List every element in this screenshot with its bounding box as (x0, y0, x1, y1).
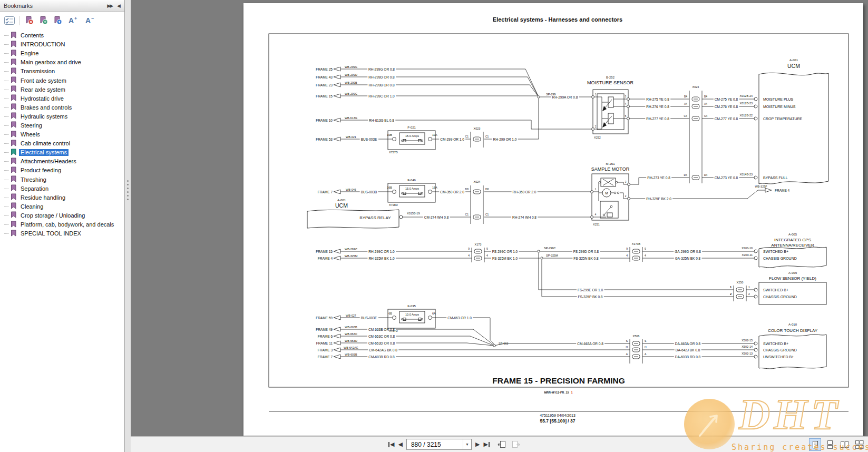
pin-label: B4 (704, 95, 707, 98)
frame-arrow-icon (334, 190, 340, 194)
frame-arrow-icon (334, 341, 340, 345)
pin-label: H (626, 346, 628, 349)
bookmark-item-separation[interactable]: Separation (0, 184, 124, 193)
previous-view-icon[interactable] (498, 440, 507, 449)
pin-label: C1 (485, 213, 489, 216)
tree-twig (4, 62, 9, 63)
bookmark-item-main-gearbox-and-drive[interactable]: Main gearbox and drive (0, 58, 124, 67)
diagram-title: FRAME 15 - PRECISION FARMING (492, 376, 625, 385)
bookmark-item-crop-storage-unloading[interactable]: Crop storage / Unloading (0, 211, 124, 220)
label-rh299: RH-299 OR 1.0 (493, 137, 517, 141)
bookmark-item-special-tool-index[interactable]: SPECIAL TOOL INDEX (0, 229, 124, 238)
bookmark-item-hydraulic-systems[interactable]: Hydraulic systems (0, 112, 124, 121)
bookmark-label: Residue handling (19, 194, 67, 201)
bookmark-item-front-axle-system[interactable]: Front axle system (0, 76, 124, 85)
first-page-button[interactable]: ◀ (388, 441, 394, 448)
tree-twig (4, 71, 9, 72)
pin-label: S (645, 339, 647, 342)
pin-label: D8 (485, 188, 489, 191)
increase-text-size-icon[interactable]: A+ (65, 14, 82, 27)
wb-label: WB-325M (345, 254, 358, 258)
wire-label: CM-663C OR 0.8 (368, 335, 395, 338)
label-cm663a: CM-663A OR 0.8 (577, 342, 603, 346)
frame-arrow-icon (334, 256, 340, 260)
watermark-tagline: Sharing creates success (732, 443, 868, 452)
fuse-terminal: 10A (432, 133, 437, 136)
bookmark-item-platform-cab-bodywork-and-decals[interactable]: Platform, cab, bodywork, and decals (0, 220, 124, 229)
wire-label: RH-299G OR 0.8 (368, 67, 395, 71)
bookmark-item-cab-climate-control[interactable]: Cab climate control (0, 139, 124, 148)
bookmark-item-electrical-systems[interactable]: Electrical systems (0, 148, 124, 157)
bookmark-item-brakes-and-controls[interactable]: Brakes and controls (0, 103, 124, 112)
label-t8: X502-15 (742, 339, 753, 342)
new-bookmark-icon[interactable] (36, 14, 51, 27)
bookmark-item-transmission[interactable]: Transmission (0, 67, 124, 76)
wb-label: WB-642AG (344, 346, 358, 349)
wb-label: WB-663B (345, 326, 357, 329)
pin-label: 9 (645, 247, 646, 250)
label-0: SWITCHED B+ (763, 342, 788, 346)
wb-label: WB-027 (346, 314, 356, 317)
frame-ref: FRAME 10 (316, 119, 333, 122)
panel-options-icon[interactable]: ▶▶ (107, 3, 112, 8)
bookmark-options-icon[interactable] (2, 14, 17, 27)
tree-twig (4, 198, 9, 198)
label-1: 2 (595, 125, 597, 128)
page-number-input[interactable]: 880 / 3215 ▼ (406, 439, 472, 450)
last-page-button[interactable]: ▶ (483, 441, 489, 448)
label-0: MOISTURE PLUS (763, 97, 794, 101)
fuse-terminal: 16A (432, 186, 437, 189)
label-cm663: CM-663 OR 1.0 (447, 316, 472, 320)
bookmark-item-rear-axle-system[interactable]: Rear axle system (0, 85, 124, 94)
label-cm274: CM-274 WH 0.8 (424, 215, 449, 219)
tree-twig (4, 99, 9, 99)
wire-label: CM-663D OR 0.8 (368, 341, 395, 345)
panel-splitter[interactable] (125, 0, 131, 452)
bookmark-item-wheels[interactable]: Wheels (0, 130, 124, 139)
tree-twig (4, 224, 9, 225)
label-id: A-010 (788, 323, 797, 326)
bookmark-item-contents[interactable]: Contents (0, 31, 124, 40)
label-name1: INTEGRATED GPS (774, 238, 811, 242)
label-rh274: RH-274 WH 0.8 (512, 215, 537, 219)
next-page-button[interactable]: ▶ (475, 441, 480, 448)
label-rh273: RH-273 YE 0.8 (647, 176, 670, 180)
bookmark-item-cleaning[interactable]: Cleaning (0, 202, 124, 211)
label-t6: X200-10 (742, 247, 753, 250)
bookmark-item-hydrostatic-drive[interactable]: Hydrostatic drive (0, 94, 124, 103)
fuse-terminal: 6A (432, 312, 436, 315)
bookmark-item-product-feeding[interactable]: Product feeding (0, 166, 124, 175)
pin-label: A4 (704, 102, 707, 105)
tree-twig (4, 90, 9, 90)
bookmark-label: Crop storage / Unloading (19, 212, 86, 219)
pin-label: 9 (626, 247, 628, 250)
label-da663a: DA-663A OR 0.8 (675, 342, 701, 346)
fuse-rating: 15.0 Amps (405, 187, 419, 190)
decrease-text-size-icon[interactable]: A− (82, 14, 99, 27)
page-dropdown-caret-icon[interactable]: ▼ (463, 439, 471, 449)
bookmark-item-residue-handling[interactable]: Residue handling (0, 193, 124, 202)
bookmark-icon (10, 58, 17, 67)
frame-arrow-icon (334, 316, 340, 320)
bookmark-item-introduction[interactable]: INTRODUCTION (0, 40, 124, 49)
pin-label: 1 (748, 286, 750, 289)
bookmark-item-threshing[interactable]: Threshing (0, 175, 124, 184)
collapse-panel-icon[interactable]: ◀ (117, 3, 121, 8)
label-t1: X012B-24 (740, 94, 753, 97)
delete-bookmark-icon[interactable] (22, 14, 36, 27)
label-sp325m: SP-325M (546, 254, 558, 257)
wb-label: WB-663C (345, 332, 357, 336)
label-fs299e: FS-299E OR 1.0 (578, 288, 603, 292)
label-0: SWITCHED B+ (763, 250, 788, 253)
label-cm273: CM-273 YE 0.8 (715, 176, 738, 180)
bookmark-item-engine[interactable]: Engine (0, 49, 124, 58)
label-2: CROP TEMPERATURE (763, 117, 803, 121)
next-view-icon[interactable] (511, 440, 520, 449)
label-ga299d: GA-299D OR 0.8 (675, 250, 701, 253)
goto-bookmark-icon[interactable] (51, 14, 65, 27)
bookmark-item-attachments-headers[interactable]: Attachments/Headers (0, 157, 124, 166)
bookmark-item-steering[interactable]: Steering (0, 121, 124, 130)
label-3: 2 (625, 195, 627, 198)
previous-page-button[interactable]: ◀ (398, 441, 402, 448)
bookmark-icon (10, 112, 17, 121)
